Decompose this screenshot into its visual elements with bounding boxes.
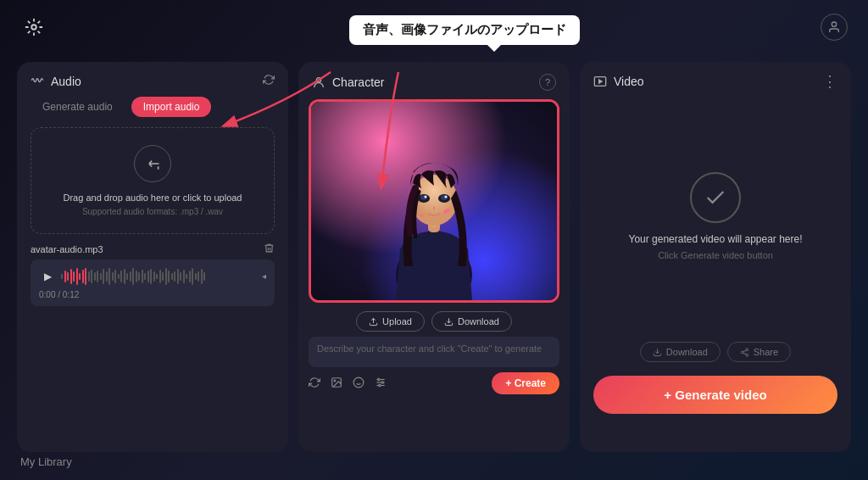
character-figure: [375, 114, 493, 300]
audio-wave-icon: [31, 75, 44, 88]
video-placeholder-sub: Click Generate video button: [658, 250, 773, 260]
video-placeholder-title: Your generated video will appear here!: [628, 233, 802, 245]
character-prompt-input[interactable]: Describe your character and click "Creat…: [309, 337, 559, 367]
audio-tab-row: Generate audio Import audio: [17, 97, 288, 127]
character-download-button[interactable]: Download: [431, 311, 512, 332]
audio-panel: Audio Generate audio Import audio Drag a…: [17, 62, 288, 452]
audio-upload-icon: [134, 145, 171, 182]
audio-panel-header: Audio: [17, 62, 288, 97]
gear-icon[interactable]: [20, 14, 47, 41]
svg-point-26: [381, 381, 383, 382]
video-icon: [593, 75, 607, 88]
video-share-button[interactable]: Share: [727, 342, 791, 362]
video-panel-title: Video: [614, 75, 644, 88]
svg-point-0: [31, 25, 36, 30]
video-download-icon: [653, 348, 662, 357]
character-panel-header: Character ?: [298, 62, 570, 99]
video-more-icon[interactable]: ⋮: [822, 74, 837, 89]
svg-point-31: [741, 351, 743, 354]
svg-point-12: [445, 196, 448, 198]
annotation-bubble: 音声、画像ファイルのアップロード: [349, 15, 580, 45]
video-action-buttons: Download Share: [580, 335, 851, 369]
audio-filename: avatar-audio.mp3: [31, 244, 103, 254]
audio-format-hint: Supported audio formats: .mp3 / .wav: [82, 207, 223, 216]
character-upload-button[interactable]: Upload: [356, 311, 425, 332]
svg-point-32: [746, 354, 748, 356]
audio-panel-title: Audio: [51, 75, 81, 88]
audio-player: ▶: [31, 260, 275, 306]
character-image-bg: [311, 102, 557, 300]
character-icon: [312, 75, 326, 89]
share-icon: [740, 348, 749, 357]
svg-point-3: [316, 78, 320, 82]
user-icon[interactable]: [821, 14, 848, 41]
character-prompt-placeholder: Describe your character and click "Creat…: [317, 343, 542, 354]
audio-waveform-row: ▶: [39, 266, 266, 287]
character-image-container: [309, 99, 559, 303]
video-download-button[interactable]: Download: [640, 342, 721, 362]
audio-time-display: 0:00 / 0:12: [39, 287, 266, 299]
character-panel: Character ?: [298, 62, 570, 452]
upload-icon: [369, 317, 378, 327]
panels-container: Audio Generate audio Import audio Drag a…: [0, 0, 868, 480]
audio-waveform: [61, 266, 257, 287]
svg-point-30: [746, 348, 748, 350]
svg-line-34: [743, 349, 746, 351]
svg-point-25: [378, 378, 380, 380]
character-button-row: Upload Download: [298, 303, 570, 337]
audio-file-row: avatar-audio.mp3: [17, 234, 288, 260]
audio-upload-hint: Drag and drop audio here or click to upl…: [64, 191, 242, 205]
generate-audio-tab[interactable]: Generate audio: [31, 97, 125, 117]
character-refresh-icon[interactable]: [309, 377, 320, 391]
character-image-icon[interactable]: [331, 377, 342, 391]
character-emoji-icon[interactable]: [353, 377, 364, 391]
my-library-label: My Library: [20, 455, 72, 468]
svg-point-27: [379, 384, 381, 386]
svg-point-19: [353, 377, 364, 388]
video-panel-header: Video ⋮: [580, 62, 851, 98]
character-tools-row: + Create: [298, 367, 570, 399]
character-adjust-icon[interactable]: [375, 377, 387, 391]
character-help-icon[interactable]: ?: [539, 74, 556, 91]
audio-play-button[interactable]: ▶: [39, 268, 56, 285]
svg-point-1: [832, 22, 836, 26]
video-placeholder: Your generated video will appear here! C…: [580, 98, 851, 335]
character-panel-title: Character: [332, 75, 384, 89]
video-check-icon: [690, 172, 741, 223]
video-title-row: Video: [593, 75, 644, 88]
video-panel: Video ⋮ Your generated video will appear…: [580, 62, 851, 452]
svg-point-11: [425, 196, 427, 198]
audio-title-row: Audio: [31, 75, 81, 88]
generate-video-button[interactable]: + Generate video: [593, 376, 837, 414]
audio-refresh-icon[interactable]: [263, 74, 275, 88]
audio-delete-icon[interactable]: [264, 243, 275, 256]
character-create-button[interactable]: + Create: [492, 372, 559, 394]
audio-upload-zone[interactable]: Drag and drop audio here or click to upl…: [31, 127, 275, 234]
character-icon-group: [309, 377, 387, 391]
download-icon: [444, 317, 453, 327]
import-audio-tab[interactable]: Import audio: [131, 97, 212, 117]
character-title-row: Character: [312, 75, 384, 89]
svg-point-18: [334, 380, 336, 382]
svg-line-33: [743, 353, 746, 354]
